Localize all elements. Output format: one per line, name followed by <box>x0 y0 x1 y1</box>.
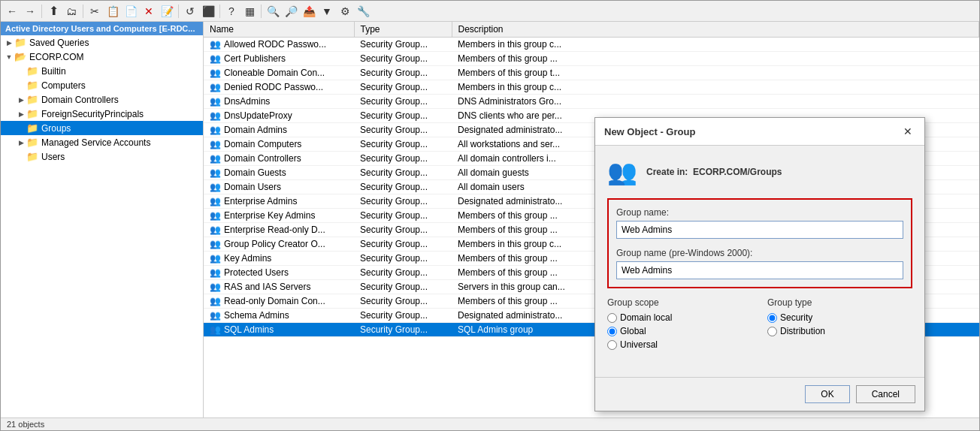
toolbar: ← → ⬆ 🗂 ✂ 📋 📄 ✕ 📝 ↺ ⬛ ? ▦ 🔍 🔎 📤 ▼ ⚙ 🔧 <box>1 1 979 22</box>
tree-item-builtin[interactable]: 📁Builtin <box>1 64 203 78</box>
cancel-button[interactable]: Cancel <box>856 385 915 403</box>
status-bar: 21 objects <box>1 417 979 430</box>
scope-universal[interactable]: Universal <box>607 339 752 350</box>
tree-item-users[interactable]: 📁Users <box>1 149 203 164</box>
group-row-icon: 👥 <box>210 296 221 306</box>
scope-universal-radio[interactable] <box>607 340 617 350</box>
move-button[interactable]: 📤 <box>301 3 317 20</box>
row-type: Security Group... <box>354 237 452 252</box>
row-name: 👥Protected Users <box>204 266 354 280</box>
forward-button[interactable]: → <box>22 3 38 20</box>
group-name-pre2000-input[interactable] <box>616 261 903 279</box>
table-row[interactable]: 👥Allowed RODC Passwo...Security Group...… <box>204 38 979 52</box>
group-row-icon: 👥 <box>210 96 221 107</box>
extra-button[interactable]: ⚙ <box>337 3 353 20</box>
row-type: Security Group... <box>354 194 452 209</box>
row-type: Security Group... <box>354 52 452 66</box>
find2-button[interactable]: 🔎 <box>283 3 299 20</box>
group-row-icon: 👥 <box>210 225 221 235</box>
properties-button[interactable]: 📝 <box>159 3 175 20</box>
col-name[interactable]: Name <box>204 22 354 38</box>
row-type: Security Group... <box>354 166 452 180</box>
up-button[interactable]: ⬆ <box>45 3 62 20</box>
export-button[interactable]: ⬛ <box>200 3 216 20</box>
tree-label-users: Users <box>41 152 65 162</box>
row-name: 👥Domain Computers <box>204 137 354 152</box>
tree-item-saved-queries[interactable]: ▶📁Saved Queries <box>1 35 203 50</box>
group-scope-group: Group scope Domain local Global Universa… <box>607 297 752 353</box>
scope-global[interactable]: Global <box>607 326 752 336</box>
view-button[interactable]: ▦ <box>241 3 258 20</box>
row-name: 👥Domain Guests <box>204 166 354 180</box>
create-in-value: ECORP.COM/Groups <box>693 167 782 177</box>
tree-label-ecorp: ECORP.COM <box>29 52 83 62</box>
group-row-icon: 👥 <box>210 82 221 92</box>
tree-item-foreign-security[interactable]: ▶📁ForeignSecurityPrincipals <box>1 107 203 121</box>
delete-button[interactable]: ✕ <box>141 3 157 20</box>
row-name: 👥Enterprise Read-only D... <box>204 223 354 237</box>
scope-domain-local-label: Domain local <box>620 312 672 323</box>
new-object-group-dialog[interactable]: New Object - Group ✕ 👥 Create in: ECORP.… <box>594 117 925 411</box>
tree-item-groups[interactable]: 📁Groups <box>1 121 203 135</box>
row-type: Security Group... <box>354 280 452 294</box>
options-row: Group scope Domain local Global Universa… <box>607 297 912 353</box>
scope-domain-local-radio[interactable] <box>607 313 617 323</box>
folder-icon: 📁 <box>26 122 38 134</box>
table-row[interactable]: 👥DnsAdminsSecurity Group...DNS Administr… <box>204 95 979 109</box>
row-type: Security Group... <box>354 123 452 137</box>
dialog-close-button[interactable]: ✕ <box>900 124 915 139</box>
dialog-title: New Object - Group <box>604 126 695 137</box>
col-description[interactable]: Description <box>452 22 979 38</box>
type-security[interactable]: Security <box>767 312 912 323</box>
cut-button[interactable]: ✂ <box>86 3 103 20</box>
group-type-label: Group type <box>767 297 912 308</box>
copy-button[interactable]: 📋 <box>104 3 121 20</box>
find-button[interactable]: 🔍 <box>265 3 281 20</box>
toolbar-separator-4 <box>219 5 220 18</box>
group-row-icon: 👥 <box>210 196 221 206</box>
row-description: Members of this group ... <box>452 52 979 66</box>
filter-button[interactable]: ▼ <box>319 3 335 20</box>
dialog-header-row: 👥 Create in: ECORP.COM/Groups <box>607 158 912 186</box>
dialog-titlebar: New Object - Group ✕ <box>595 118 924 146</box>
tree-label-computers: Computers <box>41 80 86 91</box>
table-row[interactable]: 👥Denied RODC Passwo...Security Group...M… <box>204 80 979 95</box>
tree-item-ecorp[interactable]: ▼📂ECORP.COM <box>1 50 203 64</box>
row-type: Security Group... <box>354 252 452 266</box>
toolbar-separator-3 <box>178 5 179 18</box>
group-row-icon: 👥 <box>210 253 221 264</box>
row-description: Members in this group c... <box>452 80 979 95</box>
new-window-button[interactable]: 🗂 <box>63 3 80 20</box>
row-name: 👥Allowed RODC Passwo... <box>204 38 354 52</box>
scope-domain-local[interactable]: Domain local <box>607 312 752 323</box>
group-name-input[interactable] <box>616 221 903 239</box>
group-type-group: Group type Security Distribution <box>767 297 912 353</box>
col-type[interactable]: Type <box>354 22 452 38</box>
tree-arrow-saved-queries: ▶ <box>4 39 14 47</box>
row-name: 👥Read-only Domain Con... <box>204 294 354 309</box>
refresh-button[interactable]: ↺ <box>182 3 198 20</box>
tree-label-foreign-security: ForeignSecurityPrincipals <box>41 109 144 119</box>
extra2-button[interactable]: 🔧 <box>355 3 371 20</box>
table-row[interactable]: 👥Cert PublishersSecurity Group...Members… <box>204 52 979 66</box>
type-security-radio[interactable] <box>767 313 777 323</box>
folder-icon: 📁 <box>14 37 26 48</box>
tree-item-managed-service[interactable]: ▶📁Managed Service Accounts <box>1 135 203 149</box>
scope-universal-label: Universal <box>620 339 658 350</box>
scope-global-label: Global <box>620 326 646 336</box>
table-row[interactable]: 👥Cloneable Domain Con...Security Group..… <box>204 66 979 80</box>
tree-label-managed-service: Managed Service Accounts <box>41 137 150 148</box>
scope-global-radio[interactable] <box>607 327 617 336</box>
tree-label-domain-controllers: Domain Controllers <box>41 95 119 105</box>
toolbar-separator-5 <box>261 5 262 18</box>
group-row-icon: 👥 <box>210 324 221 335</box>
type-distribution[interactable]: Distribution <box>767 326 912 336</box>
ok-button[interactable]: OK <box>805 385 849 403</box>
help-button[interactable]: ? <box>223 3 240 20</box>
back-button[interactable]: ← <box>4 3 20 20</box>
type-distribution-radio[interactable] <box>767 327 777 336</box>
row-description: Members in this group c... <box>452 38 979 52</box>
tree-item-domain-controllers[interactable]: ▶📁Domain Controllers <box>1 92 203 107</box>
paste-button[interactable]: 📄 <box>122 3 139 20</box>
tree-item-computers[interactable]: 📁Computers <box>1 78 203 92</box>
